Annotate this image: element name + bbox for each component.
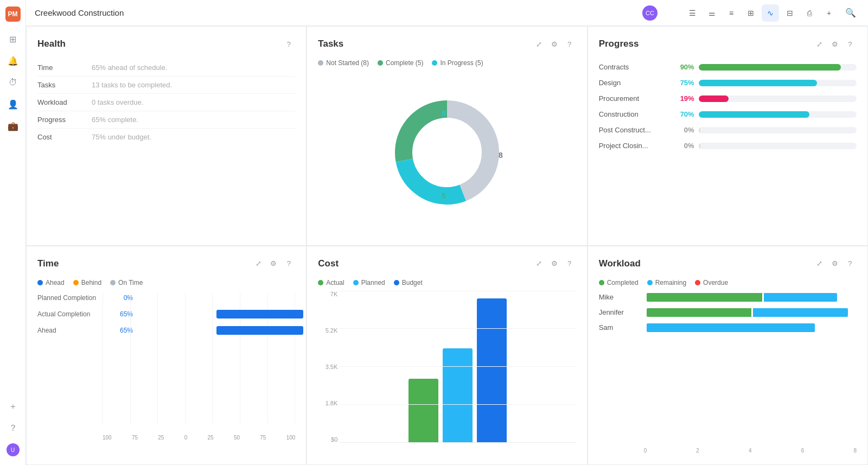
tasks-settings-btn[interactable]: ⚙ <box>548 37 561 50</box>
nav-home[interactable]: ⊞ <box>4 30 22 48</box>
nav-briefcase[interactable]: 💼 <box>4 117 22 135</box>
main-content: Creekwood Construction CC ☰ ⚌ ≡ ⊞ ∿ ⊟ ⎙ … <box>26 0 868 465</box>
progress-settings-btn[interactable]: ⚙ <box>828 37 841 50</box>
planned-dot <box>353 280 359 285</box>
workload-name-mike: Mike <box>599 293 642 301</box>
health-card: Health ? Time 65% ahead of schedule. Tas… <box>26 26 307 246</box>
health-value-cost: 75% under budget. <box>92 133 151 141</box>
workload-rows: Mike Jennifer Sam <box>599 293 857 442</box>
donut-chart: 5 8 5 <box>318 71 576 234</box>
label-8: 8 <box>499 151 503 160</box>
progress-fill-construction <box>699 111 809 118</box>
toolbar-table-btn[interactable]: ⊞ <box>742 4 760 22</box>
progress-pct-procurement: 19% <box>674 94 694 103</box>
health-value-time: 65% ahead of schedule. <box>92 63 168 72</box>
health-title: Health <box>37 39 66 49</box>
health-row-progress: Progress 65% complete. <box>37 111 295 129</box>
workload-row-sam: Sam <box>599 323 857 332</box>
progress-bar-construction <box>699 111 857 118</box>
progress-expand-btn[interactable]: ⤢ <box>813 37 826 50</box>
progress-fill-post <box>699 127 700 133</box>
time-expand-btn[interactable]: ⤢ <box>252 257 265 270</box>
legend-not-started: Not Started (8) <box>318 59 369 67</box>
progress-label-construction: Construction <box>599 110 669 118</box>
toolbar-cal-btn[interactable]: ⊟ <box>781 4 799 22</box>
toolbar-chart-btn[interactable]: ∿ <box>762 4 779 22</box>
nav-add[interactable]: ＋ <box>4 398 22 415</box>
toolbar-lines-btn[interactable]: ≡ <box>723 4 740 22</box>
progress-pct-post: 0% <box>674 126 694 134</box>
cost-y-52k: 5.2K <box>318 327 337 334</box>
progress-label-post: Post Construct... <box>599 126 669 134</box>
progress-row-design: Design 75% <box>599 75 857 91</box>
tasks-expand-btn[interactable]: ⤢ <box>533 37 546 50</box>
progress-label-procurement: Procurement <box>599 94 669 103</box>
budget-label: Budget <box>402 279 423 286</box>
actual-dot <box>318 280 323 285</box>
nav-help[interactable]: ？ <box>4 419 22 437</box>
app-logo[interactable]: PM <box>5 7 21 22</box>
workload-header: Workload ⤢ ⚙ ? <box>599 257 857 270</box>
time-help-btn[interactable]: ? <box>282 257 295 270</box>
overdue-label: Overdue <box>703 279 728 286</box>
time-row-ahead: Ahead 65% <box>37 326 295 335</box>
progress-actions: ⤢ ⚙ ? <box>813 37 857 50</box>
budget-dot <box>394 280 399 285</box>
time-actions: ⤢ ⚙ ? <box>252 257 295 270</box>
cost-legend-budget: Budget <box>394 279 423 286</box>
toolbar-doc-btn[interactable]: ⎙ <box>801 4 818 22</box>
toolbar-icons: ☰ ⚌ ≡ ⊞ ∿ ⊟ ⎙ + <box>684 4 838 22</box>
progress-help-btn[interactable]: ? <box>844 37 857 50</box>
workload-title: Workload <box>599 258 641 269</box>
mike-remaining-bar <box>764 293 838 302</box>
user-avatar-small[interactable]: U <box>4 441 22 458</box>
health-help-btn[interactable]: ? <box>282 37 295 50</box>
nav-bell[interactable]: 🔔 <box>4 52 22 69</box>
cost-expand-btn[interactable]: ⤢ <box>533 257 546 270</box>
time-ahead-bar <box>137 326 295 335</box>
in-progress-label: In Progress (5) <box>440 59 483 67</box>
nav-clock[interactable]: ⏱ <box>4 74 22 91</box>
sam-bars <box>647 323 857 332</box>
completed-label: Completed <box>607 279 639 286</box>
progress-label-contracts: Contracts <box>599 63 669 71</box>
tasks-help-btn[interactable]: ? <box>563 37 576 50</box>
health-table: Time 65% ahead of schedule. Tasks 13 tas… <box>37 59 295 145</box>
toolbar-bar-btn[interactable]: ⚌ <box>703 4 720 22</box>
time-chart: Planned Completion 0% Actual Completion … <box>37 293 295 454</box>
nav-users[interactable]: 👤 <box>4 95 22 113</box>
health-value-tasks: 13 tasks to be completed. <box>92 81 172 89</box>
time-axis: 100 75 25 0 25 50 75 100 <box>37 435 295 441</box>
search-icon[interactable]: 🔍 <box>842 4 859 22</box>
progress-row-procurement: Procurement 19% <box>599 91 857 106</box>
cost-help-btn[interactable]: ? <box>563 257 576 270</box>
time-ahead-fill <box>216 326 303 335</box>
time-row-actual: Actual Completion 65% <box>37 309 295 319</box>
tasks-header: Tasks ⤢ ⚙ ? <box>318 37 576 50</box>
time-legend-ontime: On Time <box>110 279 143 286</box>
toolbar-menu-btn[interactable]: ☰ <box>684 4 701 22</box>
cost-bar-area <box>340 291 576 454</box>
time-row-planned: Planned Completion 0% <box>37 293 295 303</box>
toolbar-plus-btn[interactable]: + <box>820 4 838 22</box>
tasks-actions: ⤢ ⚙ ? <box>533 37 576 50</box>
label-5-bottom: 5 <box>442 192 446 200</box>
overdue-dot <box>695 280 700 285</box>
remaining-dot <box>647 280 653 285</box>
progress-row-closing: Project Closin... 0% <box>599 138 857 154</box>
progress-label-design: Design <box>599 79 669 87</box>
workload-row-jennifer: Jennifer <box>599 308 857 317</box>
jennifer-remaining-bar <box>753 308 847 317</box>
health-label-tasks: Tasks <box>37 81 92 89</box>
workload-settings-btn[interactable]: ⚙ <box>828 257 841 270</box>
progress-card: Progress ⤢ ⚙ ? Contracts 90% Design <box>588 26 868 246</box>
legend-in-progress: In Progress (5) <box>432 59 483 67</box>
cost-legend-actual: Actual <box>318 279 344 286</box>
workload-help-btn[interactable]: ? <box>844 257 857 270</box>
workload-expand-btn[interactable]: ⤢ <box>813 257 826 270</box>
complete-label: Complete (5) <box>386 59 423 67</box>
cost-settings-btn[interactable]: ⚙ <box>548 257 561 270</box>
cost-y-18k: 1.8K <box>318 400 337 406</box>
time-settings-btn[interactable]: ⚙ <box>267 257 280 270</box>
not-started-dot <box>318 60 323 66</box>
